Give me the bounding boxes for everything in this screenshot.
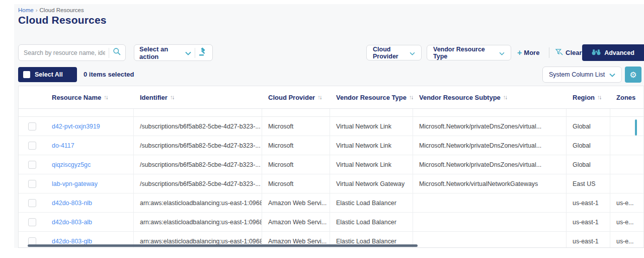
- breadcrumb: Home›Cloud Resources: [18, 7, 84, 13]
- zones-cell: us-e...: [610, 213, 643, 231]
- sort-icon[interactable]: ↑↓: [317, 94, 321, 100]
- table-row[interactable]: lab-vpn-gateway /subscriptions/b6f5ab82-…: [19, 174, 643, 194]
- identifier-cell: /subscriptions/b6f5ab82-5cbe-4d27-b323-.…: [134, 155, 262, 174]
- sort-icon[interactable]: ↑↓: [170, 94, 174, 100]
- vendor-resource-type-filter[interactable]: Vendor Resource Type: [427, 45, 511, 60]
- breadcrumb-separator: ›: [36, 7, 38, 13]
- zones-cell: us-e...: [610, 232, 643, 248]
- header-vendor-resource-type[interactable]: Vendor Resource Type↑↓: [330, 86, 413, 108]
- zones-cell: [610, 117, 643, 136]
- vendor-resource-subtype-cell: Microsoft.Network/privateDnsZones/virtua…: [413, 136, 567, 155]
- select-all-checkbox[interactable]: [23, 71, 30, 78]
- search-divider: [109, 48, 109, 58]
- region-cell: us-east-1: [567, 194, 610, 212]
- region-cell: East US: [567, 174, 610, 193]
- filter-divider: [549, 47, 549, 58]
- table-header-row: Resource Name↑↓ Identifier↑↓ Cloud Provi…: [19, 86, 643, 109]
- identifier-cell: /subscriptions/b6f5ab82-5cbe-4d27-b323-.…: [134, 136, 262, 155]
- table-bottom-border: [18, 247, 644, 248]
- table-row[interactable]: qiqziscgyz5gc /subscriptions/b6f5ab82-5c…: [19, 155, 643, 174]
- table-row[interactable]: d42-pvt-oxjn3919 /subscriptions/b6f5ab82…: [19, 117, 643, 136]
- identifier-cell: arn:aws:elasticloadbalancing:us-east-1:0…: [134, 213, 262, 231]
- row-checkbox-cell: [19, 155, 46, 174]
- search-input[interactable]: [24, 49, 105, 56]
- vendor-resource-subtype-cell: [413, 213, 567, 231]
- cloud-provider-filter-label: Cloud Provider: [373, 46, 406, 60]
- row-checkbox[interactable]: [28, 142, 36, 150]
- row-checkbox[interactable]: [28, 199, 36, 207]
- zones-cell: [610, 174, 643, 193]
- header-resource-name[interactable]: Resource Name↑↓: [46, 86, 134, 108]
- header-region[interactable]: Region↑↓: [567, 86, 610, 108]
- select-action-label: Select an action: [139, 45, 182, 60]
- breadcrumb-home-link[interactable]: Home: [18, 7, 34, 13]
- vendor-resource-type-cell: Elastic Load Balancer: [330, 213, 413, 231]
- sort-icon[interactable]: ↑↓: [597, 94, 601, 100]
- select-all-label: Select All: [35, 71, 63, 78]
- resource-name-link[interactable]: d42do-803-alb: [52, 219, 92, 226]
- resource-name-link[interactable]: qiqziscgyz5gc: [52, 161, 91, 168]
- advanced-search-button[interactable]: Advanced: [582, 44, 644, 61]
- cloud-provider-filter[interactable]: Cloud Provider: [366, 45, 422, 60]
- table-body: d42-pvt-oxjn3919 /subscriptions/b6f5ab82…: [19, 117, 643, 248]
- resource-name-link[interactable]: lab-vpn-gateway: [52, 180, 98, 187]
- row-checkbox[interactable]: [28, 180, 36, 188]
- chevron-down-icon: [185, 48, 191, 57]
- search-icon[interactable]: [113, 47, 121, 58]
- vendor-resource-type-filter-label: Vendor Resource Type: [433, 46, 496, 60]
- chevron-down-icon: [499, 48, 505, 57]
- action-divider: [195, 48, 195, 58]
- gear-icon[interactable]: ⚙: [625, 67, 641, 83]
- resource-name-link[interactable]: do-4117: [52, 142, 74, 149]
- cloud-provider-cell: Microsoft: [262, 136, 330, 155]
- region-cell: us-east-1: [567, 213, 610, 231]
- vendor-resource-type-cell: Elastic Load Balancer: [330, 194, 413, 212]
- row-checkbox[interactable]: [28, 161, 36, 169]
- table-row[interactable]: d42do-803-alb arn:aws:elasticloadbalanci…: [19, 213, 643, 232]
- binoculars-icon: [592, 48, 601, 57]
- zones-cell: us-e...: [610, 194, 643, 212]
- row-checkbox[interactable]: [28, 218, 36, 226]
- cloud-resources-table: Resource Name↑↓ Identifier↑↓ Cloud Provi…: [18, 86, 644, 248]
- header-vendor-resource-subtype[interactable]: Vendor Resource Subtype↑↓: [413, 86, 567, 108]
- row-checkbox-cell: [19, 213, 46, 231]
- vendor-resource-subtype-cell: Microsoft.Network/virtualNetworkGateways: [413, 174, 567, 193]
- chevron-down-icon: [609, 70, 615, 79]
- header-cloud-provider[interactable]: Cloud Provider↑↓: [262, 86, 330, 108]
- column-list-dropdown[interactable]: System Column List: [542, 67, 622, 83]
- resource-name-link[interactable]: d42do-803-nlb: [52, 200, 92, 207]
- region-cell: Global: [567, 155, 610, 174]
- select-action-dropdown[interactable]: Select an action: [134, 44, 213, 61]
- more-filters-button[interactable]: + More: [517, 45, 539, 60]
- sort-icon[interactable]: ↑↓: [104, 94, 108, 100]
- gavel-icon[interactable]: [199, 47, 207, 58]
- header-checkbox-cell: [19, 86, 46, 108]
- resource-name-link[interactable]: d42-pvt-oxjn3919: [52, 123, 100, 130]
- header-identifier[interactable]: Identifier↑↓: [134, 86, 262, 108]
- cloud-provider-cell: Amazon Web Servi...: [262, 194, 330, 212]
- horizontal-scrollbar[interactable]: [28, 244, 418, 247]
- cloud-provider-cell: Microsoft: [262, 117, 330, 136]
- search-box[interactable]: [18, 44, 126, 61]
- table-row[interactable]: d42do-803-nlb arn:aws:elasticloadbalanci…: [19, 194, 643, 213]
- vertical-scrollbar[interactable]: [635, 119, 637, 136]
- clear-filters-button[interactable]: Clear: [555, 45, 582, 60]
- row-checkbox[interactable]: [28, 122, 36, 131]
- items-selected-count: 0 items selected: [84, 67, 134, 82]
- advanced-search-label: Advanced: [604, 49, 634, 56]
- plus-icon: +: [517, 48, 522, 57]
- clear-filters-label: Clear: [566, 49, 582, 56]
- vendor-resource-type-cell: Virtual Network Link: [330, 155, 413, 174]
- region-cell: Global: [567, 117, 610, 136]
- sort-icon[interactable]: ↑↓: [409, 94, 413, 100]
- resource-name-link[interactable]: d42do-803-glb: [52, 238, 92, 245]
- sort-icon[interactable]: ↑↓: [503, 94, 507, 100]
- table-row[interactable]: do-4117 /subscriptions/b6f5ab82-5cbe-4d2…: [19, 136, 643, 155]
- identifier-cell: /subscriptions/b6f5ab82-5cbe-4d27-b323-.…: [134, 117, 262, 136]
- select-all-button[interactable]: Select All: [18, 67, 77, 82]
- vendor-resource-type-cell: Virtual Network Link: [330, 136, 413, 155]
- row-checkbox-cell: [19, 174, 46, 193]
- cloud-provider-cell: Amazon Web Servi...: [262, 213, 330, 231]
- zones-cell: [610, 155, 643, 174]
- header-zones[interactable]: Zones: [610, 86, 643, 108]
